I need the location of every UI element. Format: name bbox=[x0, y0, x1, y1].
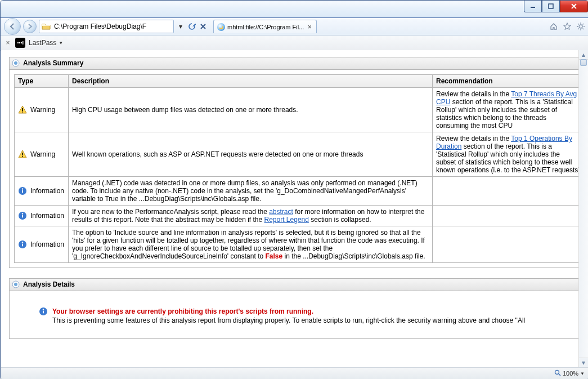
address-bar[interactable] bbox=[39, 20, 174, 33]
close-button[interactable] bbox=[560, 1, 588, 12]
svg-rect-33 bbox=[22, 244, 23, 247]
tab-strip: mhtml:file://C:\Program Fil... × bbox=[213, 20, 317, 33]
folder-icon bbox=[42, 22, 51, 31]
svg-line-11 bbox=[578, 24, 579, 25]
scroll-thumb[interactable] bbox=[580, 59, 587, 66]
type-label: Warning bbox=[30, 106, 55, 114]
zoom-dropdown-icon[interactable]: ▼ bbox=[580, 371, 585, 376]
info-icon bbox=[18, 240, 27, 249]
reload-button[interactable] bbox=[187, 22, 196, 31]
info-icon bbox=[18, 186, 27, 195]
address-dropdown-button[interactable]: ▾ bbox=[176, 22, 185, 31]
abstract-link[interactable]: abstract bbox=[269, 208, 293, 216]
tools-icon[interactable] bbox=[576, 22, 585, 31]
section-details-header[interactable]: Analysis Details bbox=[10, 279, 588, 291]
svg-point-35 bbox=[14, 283, 17, 286]
forward-button[interactable] bbox=[23, 20, 37, 33]
report-legend-link[interactable]: Report Legend bbox=[264, 216, 309, 224]
svg-line-40 bbox=[559, 374, 560, 376]
rec-cell bbox=[433, 226, 585, 263]
summary-table: Type Description Recommendation WarningH… bbox=[14, 74, 585, 263]
svg-rect-24 bbox=[22, 156, 23, 157]
lastpass-toolbar: × LastPass ▼ bbox=[1, 35, 588, 51]
content-scroll[interactable]: Analysis Summary Type Description Recomm… bbox=[1, 50, 588, 367]
details-warning: Your browser settings are currently proh… bbox=[14, 296, 585, 325]
recommendation-link[interactable]: Top 7 Threads By Avg CPU bbox=[436, 90, 577, 106]
svg-point-20 bbox=[14, 61, 17, 65]
lastpass-icon[interactable] bbox=[15, 38, 25, 48]
svg-point-37 bbox=[43, 309, 44, 310]
address-input[interactable] bbox=[53, 22, 171, 31]
tab-close-button[interactable]: × bbox=[306, 24, 313, 30]
rec-cell bbox=[433, 177, 585, 206]
scroll-up-button[interactable]: ▴ bbox=[579, 50, 588, 60]
svg-rect-18 bbox=[23, 41, 24, 44]
type-label: Information bbox=[30, 240, 64, 248]
vertical-scrollbar[interactable]: ▴ ▾ bbox=[578, 50, 588, 367]
table-header-row: Type Description Recommendation bbox=[15, 75, 585, 88]
desc-cell: Managed (.NET) code was detected in one … bbox=[69, 177, 433, 206]
warning-icon bbox=[18, 150, 27, 159]
section-summary-title: Analysis Summary bbox=[23, 59, 83, 67]
home-icon[interactable] bbox=[549, 22, 558, 31]
tab-active[interactable]: mhtml:file://C:\Program Fil... × bbox=[213, 20, 317, 33]
svg-point-39 bbox=[555, 371, 559, 374]
section-details: Analysis Details Your browser settings a… bbox=[9, 278, 588, 339]
status-bar: 100% ▼ bbox=[1, 367, 588, 379]
svg-rect-23 bbox=[22, 153, 23, 155]
svg-rect-1 bbox=[549, 4, 553, 8]
scroll-down-button[interactable]: ▾ bbox=[579, 358, 588, 367]
window-controls bbox=[524, 1, 588, 12]
favorites-icon[interactable] bbox=[563, 22, 572, 31]
svg-line-13 bbox=[583, 24, 584, 25]
nav-toolbar: ▾ mhtml:file://C:\Program Fil... × bbox=[1, 18, 588, 35]
rec-cell bbox=[433, 206, 585, 226]
section-summary-header[interactable]: Analysis Summary bbox=[10, 57, 588, 70]
type-label: Warning bbox=[30, 150, 55, 158]
svg-point-17 bbox=[21, 42, 22, 43]
svg-point-6 bbox=[579, 25, 582, 28]
lastpass-dropdown-icon[interactable]: ▼ bbox=[59, 41, 63, 46]
svg-point-32 bbox=[22, 242, 23, 243]
page-content: Analysis Summary Type Description Recomm… bbox=[1, 50, 588, 366]
collapse-toggle-icon[interactable] bbox=[12, 59, 20, 67]
zoom-value: 100% bbox=[563, 370, 578, 377]
lastpass-label[interactable]: LastPass bbox=[29, 39, 56, 47]
warning-icon bbox=[18, 105, 27, 114]
svg-point-26 bbox=[22, 188, 23, 189]
back-button[interactable] bbox=[4, 18, 21, 35]
svg-point-16 bbox=[19, 42, 20, 43]
svg-rect-22 bbox=[22, 112, 23, 113]
col-type: Type bbox=[15, 75, 69, 88]
rec-cell: Review the details in the Top 7 Threads … bbox=[433, 88, 585, 132]
zoom-control[interactable]: 100% ▼ bbox=[554, 369, 585, 377]
svg-point-29 bbox=[22, 213, 23, 214]
collapse-toggle-icon[interactable] bbox=[12, 280, 20, 288]
svg-rect-38 bbox=[43, 311, 44, 314]
type-label: Information bbox=[30, 212, 64, 220]
type-label: Information bbox=[30, 187, 64, 195]
col-rec: Recommendation bbox=[433, 75, 585, 88]
svg-rect-21 bbox=[22, 108, 23, 111]
section-details-title: Analysis Details bbox=[23, 280, 75, 288]
toolbar-close-button[interactable]: × bbox=[4, 39, 12, 47]
details-line2: This is preventing some features of this… bbox=[52, 316, 525, 325]
maximize-button[interactable] bbox=[542, 1, 560, 12]
desc-cell: The option to 'Include source and line i… bbox=[69, 226, 433, 263]
details-line1: Your browser settings are currently proh… bbox=[52, 307, 525, 316]
svg-line-12 bbox=[583, 29, 584, 30]
minimize-button[interactable] bbox=[524, 1, 542, 12]
command-bar bbox=[549, 22, 585, 31]
svg-point-15 bbox=[17, 42, 19, 43]
recommendation-link[interactable]: Top 1 Operations By Duration bbox=[436, 135, 572, 150]
tab-title: mhtml:file://C:\Program Fil... bbox=[227, 24, 304, 30]
svg-rect-30 bbox=[22, 215, 23, 218]
table-row: InformationThe option to 'Include source… bbox=[15, 226, 585, 263]
svg-line-14 bbox=[578, 29, 579, 30]
rec-cell: Review the details in the Top 1 Operatio… bbox=[433, 132, 585, 177]
desc-cell: High CPU usage between dump files was de… bbox=[69, 88, 433, 132]
stop-button[interactable] bbox=[199, 22, 208, 31]
titlebar bbox=[1, 1, 588, 18]
table-row: WarningHigh CPU usage between dump files… bbox=[15, 88, 585, 132]
table-row: InformationIf you are new to the Perform… bbox=[15, 206, 585, 226]
